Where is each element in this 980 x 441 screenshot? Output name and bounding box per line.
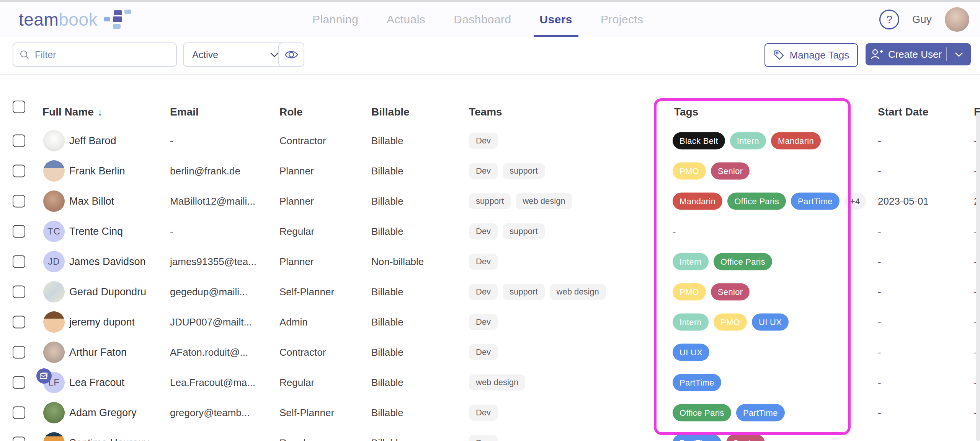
tag-chip[interactable]: Mandarin	[673, 192, 722, 210]
tab-actuals[interactable]: Actuals	[387, 2, 425, 37]
status-filter-select[interactable]: Active	[183, 42, 289, 67]
table-header: Full Name↓EmailRoleBillableTeamsTagsStar…	[0, 99, 980, 125]
tag-chip[interactable]: PartTime	[736, 404, 785, 421]
table-row: Frank Berlinberlin@frank.dePlannerBillab…	[0, 156, 980, 186]
tag-chip[interactable]: Black Belt	[673, 132, 725, 149]
row-checkbox[interactable]	[13, 255, 25, 268]
current-user-avatar[interactable]	[945, 7, 969, 32]
tag-overflow-chip[interactable]: +4	[844, 192, 866, 210]
create-user-main[interactable]: Create User	[866, 49, 946, 60]
teams-cell: Devsupportweb design	[469, 284, 606, 300]
team-chip: Dev	[469, 254, 498, 270]
row-checkbox[interactable]	[13, 316, 25, 328]
column-label: Billable	[371, 106, 410, 118]
table-row: jeremy dupontJDUP007@mailt...AdminBillab…	[0, 307, 980, 337]
team-chip: Dev	[469, 223, 498, 239]
tag-chip[interactable]: Office Paris	[714, 253, 772, 270]
tag-chip[interactable]: Senior	[726, 434, 765, 441]
row-checkbox[interactable]	[13, 346, 25, 358]
row-checkbox[interactable]	[13, 406, 25, 419]
tab-projects[interactable]: Projects	[601, 2, 644, 37]
tag-chip[interactable]: PMO	[673, 283, 706, 300]
column-header-start-date[interactable]: Start Date	[878, 106, 928, 118]
tag-chip[interactable]: PartTime	[673, 374, 721, 391]
toolbar: Active Manage Tags Create User	[0, 37, 980, 75]
tag-chip[interactable]: Office Paris	[727, 192, 786, 210]
tag-chip[interactable]: Intern	[673, 313, 709, 330]
row-checkbox[interactable]	[13, 285, 25, 298]
row-checkbox[interactable]	[13, 195, 25, 207]
current-user-name: Guy	[912, 14, 932, 26]
create-user-dropdown-toggle[interactable]	[947, 52, 971, 57]
row-checkbox[interactable]	[13, 225, 25, 238]
start-date: -	[878, 346, 881, 358]
user-billable: Billable	[371, 286, 403, 298]
table-row: TCTrente Cinq-RegularBillableDevsupport-…	[0, 216, 980, 246]
user-email: Lea.Fracout@ma...	[170, 376, 255, 388]
tab-planning[interactable]: Planning	[312, 2, 358, 37]
add-user-icon	[870, 49, 883, 60]
tag-chip[interactable]: UI UX	[752, 313, 789, 330]
user-email: AFaton.roduit@...	[170, 346, 248, 358]
avatar-logo-text: ORTLI	[45, 439, 63, 441]
team-chip: Dev	[469, 314, 498, 330]
column-header-tags[interactable]: Tags	[674, 106, 698, 118]
tag-chip[interactable]: PartTime	[673, 434, 721, 441]
tag-chip[interactable]: PMO	[673, 162, 706, 179]
column-label: Full Name	[42, 106, 94, 118]
tag-chip[interactable]: Senior	[711, 283, 750, 300]
avatar	[43, 311, 65, 333]
tags-cell: PartTime	[673, 374, 721, 391]
user-name: Gerad Dupondru	[69, 286, 146, 298]
avatar: JD	[43, 251, 65, 272]
team-chip: support	[503, 163, 544, 179]
row-checkbox[interactable]	[13, 164, 25, 177]
logo-text: teambook	[19, 7, 98, 32]
teams-cell: Devsupport	[469, 163, 545, 179]
row-checkbox[interactable]	[13, 134, 25, 147]
table-row: Jeff Barod-ContractorBillableDevBlack Be…	[0, 125, 980, 156]
scrollbar[interactable]	[976, 113, 980, 441]
column-header-full-name[interactable]: Full Name↓	[42, 106, 103, 118]
start-date: -	[878, 135, 881, 146]
tag-chip[interactable]: PartTime	[791, 192, 840, 210]
tag-chip[interactable]: Mandarin	[771, 132, 821, 149]
manage-tags-button[interactable]: Manage Tags	[764, 43, 858, 67]
column-header-role[interactable]: Role	[279, 106, 303, 118]
view-options-button[interactable]	[278, 42, 304, 67]
user-role: Planner	[279, 255, 314, 267]
column-header-billable[interactable]: Billable	[371, 106, 410, 118]
create-user-button[interactable]: Create User	[866, 43, 971, 65]
help-icon[interactable]: ?	[879, 10, 899, 29]
user-name: Arthur Faton	[69, 346, 127, 358]
row-checkbox[interactable]	[13, 376, 25, 389]
user-billable: Billable	[371, 225, 403, 237]
avatar	[43, 281, 65, 303]
column-header-teams[interactable]: Teams	[469, 106, 502, 118]
teambook-logo[interactable]: teambook	[19, 7, 132, 32]
user-billable: Billable	[371, 407, 403, 418]
tag-chip[interactable]: Senior	[711, 162, 750, 179]
team-chip: Dev	[469, 284, 498, 300]
tag-chip[interactable]: Intern	[673, 253, 709, 270]
table-row: Adam Gregorygregory@teamb...Self-Planner…	[0, 397, 980, 428]
teams-cell: Dev	[469, 344, 498, 360]
tags-cell: Black BeltInternMandarin	[673, 132, 821, 149]
tab-users[interactable]: Users	[540, 2, 572, 37]
column-header-email[interactable]: Email	[170, 106, 199, 118]
filter-input[interactable]	[34, 49, 166, 61]
user-role: Planner	[279, 195, 314, 207]
start-date: -	[878, 286, 881, 298]
tag-chip[interactable]: Intern	[730, 132, 766, 149]
tag-chip[interactable]: Office Paris	[673, 404, 731, 421]
user-name: Jeff Barod	[69, 135, 116, 146]
table-body: Jeff Barod-ContractorBillableDevBlack Be…	[0, 125, 980, 441]
avatar	[43, 160, 65, 182]
tab-dashboard[interactable]: Dashboard	[454, 2, 511, 37]
user-role: Regular	[279, 437, 314, 441]
start-date: -	[878, 225, 881, 237]
user-email: james91355@tea...	[170, 255, 256, 267]
row-checkbox[interactable]	[13, 436, 25, 441]
tag-chip[interactable]: PMO	[714, 313, 747, 330]
tag-chip[interactable]: UI UX	[673, 343, 709, 361]
